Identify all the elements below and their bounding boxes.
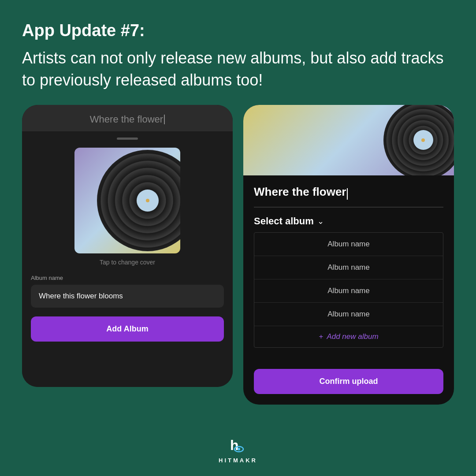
text-cursor-right (347, 188, 348, 200)
app-update-subtitle: Artists can not only release new albums,… (22, 47, 454, 92)
right-title-input[interactable]: Where the flower (254, 185, 346, 198)
add-new-album-label[interactable]: Add new album (327, 332, 378, 341)
footer: h HITMAKR (0, 436, 476, 464)
svg-text:h: h (230, 437, 239, 453)
text-cursor (164, 115, 165, 124)
app-update-title: App Update #7: (22, 21, 454, 40)
add-icon: + (319, 332, 323, 341)
hitmakr-brand-name: HITMAKR (219, 457, 257, 464)
phone-right-body: Where the flower Select album ⌄ Album na… (243, 175, 454, 405)
phone-right-album-art (243, 105, 454, 175)
album-name-input[interactable]: Where this flower blooms (31, 285, 224, 308)
tap-to-change-label: Tap to change cover (100, 259, 155, 266)
confirm-upload-button[interactable]: Confirm upload (254, 369, 443, 394)
list-item[interactable]: Album name (254, 256, 443, 279)
select-album-label[interactable]: Select album (254, 216, 314, 227)
album-cover-left[interactable] (74, 148, 180, 253)
phone-left: Where the flower Tap to change cover Alb… (22, 105, 233, 387)
phone-right-title-row: Where the flower (254, 175, 443, 208)
left-title-input[interactable]: Where the flower (90, 114, 163, 125)
album-list: Album name Album name Album name Album n… (254, 232, 443, 348)
album-name-label: Album name (31, 275, 63, 281)
phone-left-body: Tap to change cover Album name Where thi… (22, 131, 233, 387)
list-item[interactable]: Album name (254, 233, 443, 256)
header-section: App Update #7: Artists can not only rele… (0, 0, 476, 105)
hitmakr-icon: h (228, 436, 248, 455)
select-album-row[interactable]: Select album ⌄ (254, 216, 443, 227)
vinyl-record-left (97, 150, 180, 251)
phone-right: Where the flower Select album ⌄ Album na… (243, 105, 454, 405)
list-item[interactable]: Album name (254, 303, 443, 326)
vinyl-record-right (383, 105, 454, 175)
drag-handle[interactable] (117, 138, 138, 140)
phone-left-header: Where the flower (22, 105, 233, 131)
add-new-album-row[interactable]: + Add new album (254, 326, 443, 347)
vinyl-dot-right (421, 138, 425, 142)
hitmakr-logo: h HITMAKR (219, 436, 257, 464)
vinyl-center-left (137, 190, 159, 212)
phones-container: Where the flower Tap to change cover Alb… (0, 105, 476, 405)
vinyl-dot-left (146, 199, 149, 202)
list-item[interactable]: Album name (254, 279, 443, 303)
vinyl-center-right (383, 105, 454, 175)
add-album-button[interactable]: Add Album (31, 316, 224, 342)
svg-point-2 (238, 448, 240, 450)
chevron-down-icon[interactable]: ⌄ (317, 216, 324, 226)
vinyl-inner-right (413, 130, 433, 150)
